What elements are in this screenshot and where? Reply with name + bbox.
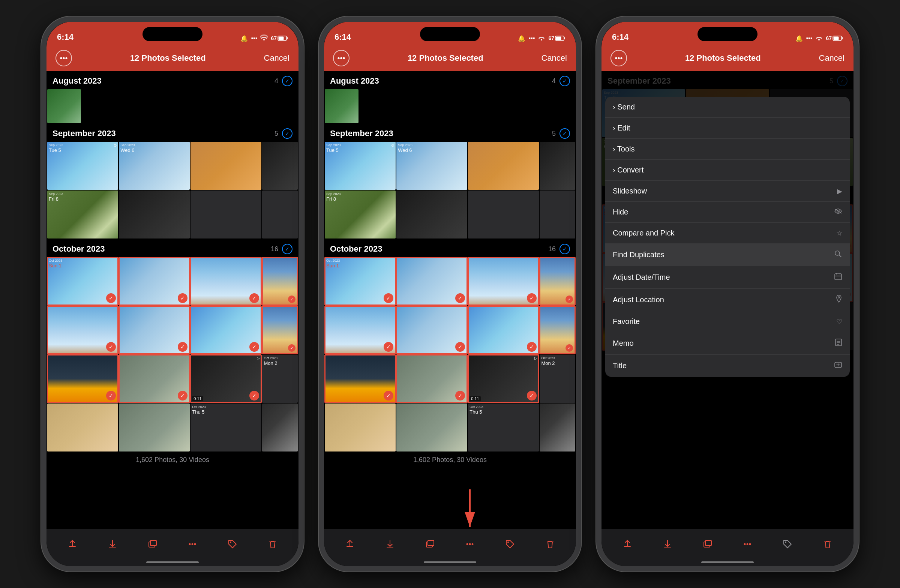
download-icon-1[interactable] <box>107 539 118 549</box>
cancel-button-2[interactable]: Cancel <box>542 53 567 63</box>
oct-p10-2[interactable]: ✓ <box>396 355 467 403</box>
tag-icon-1[interactable] <box>227 539 238 549</box>
oct-thu5-2[interactable]: Oct 2023Thu 5 <box>468 403 539 451</box>
battery-icon-1: 67 <box>271 35 288 41</box>
bottom-toolbar-1 <box>47 529 298 566</box>
oct-p7-2[interactable]: ✓ <box>468 306 539 354</box>
bell-icon-2: 🔔 <box>518 35 525 42</box>
menu-tools[interactable]: › Tools <box>605 139 850 160</box>
tag-icon-2[interactable] <box>505 539 515 549</box>
cancel-button-3[interactable]: Cancel <box>819 53 844 63</box>
oct-p3-2[interactable]: ✓ <box>468 257 539 305</box>
menu-title[interactable]: Title <box>605 355 850 377</box>
oct-p5-2[interactable]: ✓ <box>325 306 396 354</box>
tag-icon-3[interactable] <box>782 539 793 549</box>
menu-adjust-date[interactable]: Adjust Date/Time <box>605 266 850 289</box>
sep-check-1[interactable]: ✓ <box>282 128 293 139</box>
sep-photo-fri8a-2[interactable]: Sep 2023Fri 8 <box>325 191 396 239</box>
august-photos-2 <box>324 89 576 124</box>
oct-photo-cat[interactable] <box>262 403 298 451</box>
svg-rect-10 <box>556 37 562 40</box>
download-icon-3[interactable] <box>662 539 673 549</box>
options-button-2[interactable]: ••• <box>333 50 349 67</box>
oct-photo-8[interactable]: ✓ <box>262 306 298 354</box>
share-icon-3[interactable] <box>622 539 633 549</box>
share-icon-2[interactable] <box>344 539 355 549</box>
oct-p8-2[interactable]: ✓ <box>540 306 575 354</box>
august-check-1[interactable]: ✓ <box>282 76 293 86</box>
oct-photo-7[interactable]: ✓ <box>191 306 261 354</box>
sep-photo-wed6a-1[interactable]: Sep 2023Wed 6 <box>119 142 190 190</box>
more-icon-1[interactable] <box>187 539 198 549</box>
oct-row2-1: ✓ ✓ ✓ ✓ <box>47 306 298 355</box>
menu-send[interactable]: › Send <box>605 97 850 118</box>
download-icon-2[interactable] <box>385 539 395 549</box>
oct-photo-video[interactable]: ▷ 0:11 ✓ <box>191 355 261 403</box>
sep-photo-wed6b-1[interactable] <box>191 142 261 190</box>
oct-p2-2[interactable]: ✓ <box>396 257 467 305</box>
sep-photo-fri8b-1[interactable] <box>119 191 190 239</box>
menu-slideshow[interactable]: Slideshow ▶ <box>605 181 850 202</box>
album-icon-3[interactable] <box>702 539 713 549</box>
aug-photo-1[interactable] <box>47 89 81 123</box>
oct-photo-3[interactable]: ✓ <box>191 257 261 305</box>
hide-icon <box>834 208 842 216</box>
aug-photo-2[interactable] <box>325 89 358 123</box>
sep-photo-fri8a-1[interactable]: Sep 2023Fri 8 <box>47 191 118 239</box>
oct-thu5[interactable]: Oct 2023Thu 5 <box>191 403 261 451</box>
oct-mon2-2[interactable]: Oct 2023Mon 2 <box>540 355 575 403</box>
oct-check-2[interactable]: ✓ <box>560 244 570 254</box>
oct-photo-10[interactable]: ✓ <box>119 355 190 403</box>
sep-check-2[interactable]: ✓ <box>560 128 570 139</box>
oct-photo-5[interactable]: ✓ <box>47 306 118 354</box>
dynamic-island-3 <box>697 27 757 41</box>
menu-memo[interactable]: Memo <box>605 332 850 355</box>
more-button-2[interactable] <box>465 539 475 549</box>
oct-check-1[interactable]: ✓ <box>282 244 293 254</box>
adj-date-icon <box>834 272 842 282</box>
trash-icon-2[interactable] <box>545 539 556 549</box>
oct-photo-sun1-1[interactable]: Oct 2023Sun 1 ✓ <box>47 257 118 305</box>
oct-photo-food[interactable] <box>47 403 118 451</box>
sep-photo-fri8b-2[interactable] <box>396 191 467 239</box>
album-icon-1[interactable] <box>147 539 158 549</box>
trash-icon-1[interactable] <box>267 539 278 549</box>
oct-p9-2[interactable]: ✓ <box>325 355 396 403</box>
menu-convert[interactable]: › Convert <box>605 160 850 181</box>
sep-photo-tue5-2[interactable]: Sep 2023Tue 5 ⊙ <box>325 142 396 190</box>
sep-photo-wed6b-2[interactable] <box>468 142 539 190</box>
sep-photo-wed6c-2[interactable] <box>540 142 575 190</box>
oct-p4-2[interactable]: ✓ <box>540 257 575 305</box>
options-button-1[interactable]: ••• <box>56 50 72 67</box>
share-icon-1[interactable] <box>67 539 78 549</box>
oct-photo-4[interactable]: ✓ <box>262 257 298 305</box>
oct-pfood-2[interactable] <box>325 403 396 451</box>
trash-icon-3[interactable] <box>822 539 833 549</box>
menu-find-duplicates[interactable]: Find Duplicates <box>605 244 850 266</box>
oct-mon2[interactable]: Oct 2023Mon 2 <box>262 355 298 403</box>
sep-photo-wed6a-2[interactable]: Sep 2023Wed 6 <box>396 142 467 190</box>
oct-row3-1: ✓ ✓ ▷ 0:11 ✓ Oct 2023Mon 2 <box>47 355 298 403</box>
oct-p6-2[interactable]: ✓ <box>396 306 467 354</box>
menu-compare[interactable]: Compare and Pick ☆ <box>605 223 850 244</box>
album-icon-2[interactable] <box>425 539 435 549</box>
cancel-button-1[interactable]: Cancel <box>264 53 290 63</box>
menu-edit[interactable]: › Edit <box>605 118 850 139</box>
oct-photo-9[interactable]: ✓ <box>47 355 118 403</box>
more-icon-3[interactable] <box>742 539 753 549</box>
oct-pcat-2[interactable] <box>540 403 575 451</box>
oct-pvideo-2[interactable]: ▷ 0:11 ✓ <box>468 355 539 403</box>
august-check-2[interactable]: ✓ <box>560 76 570 86</box>
oct-photo-6[interactable]: ✓ <box>119 306 190 354</box>
menu-adjust-location[interactable]: Adjust Location <box>605 289 850 311</box>
oct-photo-2[interactable]: ✓ <box>119 257 190 305</box>
options-button-3[interactable]: ••• <box>610 50 627 67</box>
sep-photo-tue5-1[interactable]: Sep 2023Tue 5 ⊙ <box>47 142 118 190</box>
sep-photo-wed6c-1[interactable] <box>262 142 298 190</box>
oct-pinterior-2[interactable] <box>396 403 467 451</box>
oct-photo-interior[interactable] <box>119 403 190 451</box>
menu-hide[interactable]: Hide <box>605 202 850 223</box>
oct-photo-sun1-2[interactable]: Oct 2023Sun 1 ✓ <box>325 257 396 305</box>
menu-tools-label: › Tools <box>613 145 635 154</box>
menu-favorite[interactable]: Favorite ♡ <box>605 311 850 332</box>
